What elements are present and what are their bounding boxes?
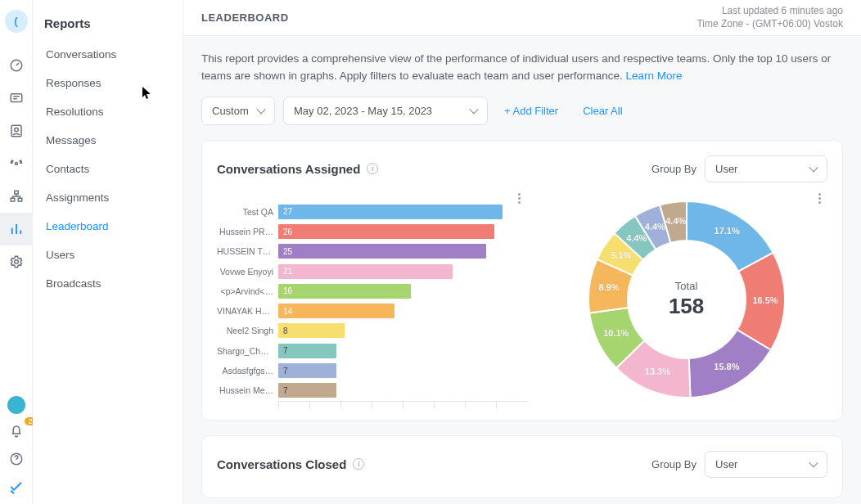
donut-slice-label: 17.1% bbox=[714, 226, 739, 236]
sidebar-item-assignments[interactable]: Assignments bbox=[33, 183, 183, 212]
bar-fill[interactable]: 14 bbox=[278, 304, 394, 318]
group-by-label: Group By bbox=[651, 458, 696, 470]
bar-chart: Test QA27Hussein PR…26HUSSEIN TE…25Vovwe… bbox=[217, 191, 527, 408]
donut-slice-label: 4.4% bbox=[644, 222, 665, 232]
bar-fill[interactable]: 7 bbox=[278, 363, 336, 378]
donut-slice-label: 4.4% bbox=[626, 232, 647, 242]
donut-slice-label: 10.1% bbox=[603, 328, 629, 338]
icon-rail: ( 2 bbox=[0, 0, 33, 504]
bar-label: Hussein PR… bbox=[217, 227, 278, 236]
date-range-select[interactable]: May 02, 2023 - May 15, 2023 bbox=[283, 97, 488, 125]
header-meta: Last updated 6 minutes ago Time Zone - (… bbox=[696, 4, 843, 30]
bar-label: Neel2 Singh bbox=[217, 326, 278, 335]
bar-label: <p>Arvind<… bbox=[217, 286, 278, 296]
donut-slice-label: 15.8% bbox=[714, 361, 739, 371]
donut-total-value: 158 bbox=[669, 294, 704, 319]
bar-fill[interactable]: 25 bbox=[278, 244, 486, 259]
info-icon[interactable]: i bbox=[353, 458, 364, 470]
svg-rect-5 bbox=[14, 191, 18, 194]
bar-fill[interactable]: 7 bbox=[278, 344, 336, 358]
bar-label: Vovwe Enyoyi bbox=[217, 267, 278, 277]
sidebar-item-leaderboard[interactable]: Leaderboard bbox=[33, 212, 183, 241]
svg-rect-6 bbox=[11, 198, 15, 201]
bar-fill[interactable]: 16 bbox=[278, 284, 411, 299]
filter-bar: Custom May 02, 2023 - May 15, 2023 Add F… bbox=[201, 97, 843, 125]
bar-row: Hussein Me…7 bbox=[217, 380, 527, 400]
help-icon[interactable] bbox=[0, 448, 33, 470]
user-avatar[interactable] bbox=[7, 396, 25, 414]
messages-icon[interactable] bbox=[0, 82, 33, 115]
svg-point-3 bbox=[14, 128, 18, 132]
info-icon[interactable]: i bbox=[367, 163, 378, 174]
page-title: LEADERBOARD bbox=[201, 11, 289, 24]
range-type-select[interactable]: Custom bbox=[201, 97, 275, 125]
brand-mark-icon[interactable] bbox=[0, 476, 33, 497]
bar-fill[interactable]: 26 bbox=[278, 224, 494, 239]
org-icon[interactable] bbox=[0, 180, 33, 213]
reports-icon[interactable] bbox=[0, 213, 33, 245]
group-by-select[interactable]: User bbox=[705, 155, 827, 182]
main-area: LEADERBOARD Last updated 6 minutes ago T… bbox=[183, 0, 861, 504]
sidebar-item-messages[interactable]: Messages bbox=[33, 126, 183, 155]
settings-icon[interactable] bbox=[0, 245, 33, 278]
clear-all-button[interactable]: Clear All bbox=[575, 98, 630, 124]
svg-rect-1 bbox=[11, 94, 22, 102]
bar-fill[interactable]: 27 bbox=[278, 205, 503, 219]
bar-row: Neel2 Singh8 bbox=[217, 321, 527, 340]
bar-label: VINAYAK HA… bbox=[217, 306, 278, 316]
bar-label: Shargo_Cha… bbox=[217, 346, 278, 356]
donut-slice-label: 4.4% bbox=[665, 215, 686, 225]
timezone: Time Zone - (GMT+06:00) Vostok bbox=[696, 17, 843, 30]
svg-point-4 bbox=[15, 163, 17, 165]
notifications-icon[interactable]: 2 bbox=[0, 421, 33, 442]
bar-fill[interactable]: 8 bbox=[278, 323, 345, 338]
reports-sidebar: Reports ConversationsResponsesResolution… bbox=[33, 0, 183, 504]
sidebar-item-users[interactable]: Users bbox=[33, 241, 183, 269]
card-title: Conversations Assigned bbox=[217, 162, 360, 176]
workspace-avatar[interactable]: ( bbox=[5, 10, 28, 33]
bar-label: HUSSEIN TE… bbox=[217, 246, 278, 256]
group-by-label: Group By bbox=[651, 163, 696, 175]
sidebar-item-broadcasts[interactable]: Broadcasts bbox=[33, 269, 183, 298]
donut-slice-label: 8.9% bbox=[598, 282, 619, 292]
group-by-select[interactable]: User bbox=[705, 451, 827, 478]
bar-row: Hussein PR…26 bbox=[217, 222, 527, 241]
donut-slice-label: 5.1% bbox=[611, 250, 631, 260]
sidebar-item-contacts[interactable]: Contacts bbox=[33, 155, 183, 183]
bar-fill[interactable]: 21 bbox=[278, 264, 453, 279]
bar-label: Hussein Me… bbox=[217, 385, 278, 395]
bar-label: Asdasfgfgs… bbox=[217, 366, 278, 376]
donut-total-label: Total bbox=[669, 280, 704, 292]
svg-point-8 bbox=[14, 260, 18, 264]
bar-row: Vovwe Enyoyi21 bbox=[217, 261, 527, 281]
bar-row: VINAYAK HA…14 bbox=[217, 301, 527, 321]
bar-label: Test QA bbox=[217, 207, 278, 217]
card-conversations-closed: Conversations Closed i Group By User bbox=[201, 435, 843, 498]
sidebar-title: Reports bbox=[33, 16, 183, 40]
last-updated: Last updated 6 minutes ago bbox=[696, 4, 843, 17]
add-filter-button[interactable]: Add Filter bbox=[496, 98, 566, 124]
bar-row: HUSSEIN TE…25 bbox=[217, 241, 527, 261]
donut-chart: 17.1%16.5%15.8%13.3%10.1%8.9%5.1%4.4%4.4… bbox=[545, 191, 827, 408]
bar-row: Asdasfgfgs…7 bbox=[217, 361, 527, 380]
sidebar-item-resolutions[interactable]: Resolutions bbox=[33, 97, 183, 126]
bar-row: Shargo_Cha…7 bbox=[217, 341, 527, 361]
learn-more-link[interactable]: Learn More bbox=[626, 70, 683, 82]
donut-slice-label: 13.3% bbox=[644, 367, 669, 376]
sidebar-item-responses[interactable]: Responses bbox=[33, 69, 183, 97]
bar-row: Test QA27 bbox=[217, 202, 527, 222]
topbar: LEADERBOARD Last updated 6 minutes ago T… bbox=[183, 0, 861, 36]
dashboard-icon[interactable] bbox=[0, 49, 33, 82]
intro-text: This report provides a comprehensive vie… bbox=[201, 51, 843, 85]
svg-rect-7 bbox=[18, 198, 22, 201]
card-title: Conversations Closed bbox=[217, 457, 346, 471]
bar-row: <p>Arvind<…16 bbox=[217, 281, 527, 301]
card-conversations-assigned: Conversations Assigned i Group By User T… bbox=[201, 140, 843, 421]
broadcast-icon[interactable] bbox=[0, 147, 33, 180]
contacts-icon[interactable] bbox=[0, 115, 33, 147]
donut-chart-menu-icon[interactable] bbox=[811, 191, 827, 207]
sidebar-item-conversations[interactable]: Conversations bbox=[33, 40, 183, 69]
donut-slice-label: 16.5% bbox=[752, 295, 778, 305]
bar-fill[interactable]: 7 bbox=[278, 383, 336, 398]
